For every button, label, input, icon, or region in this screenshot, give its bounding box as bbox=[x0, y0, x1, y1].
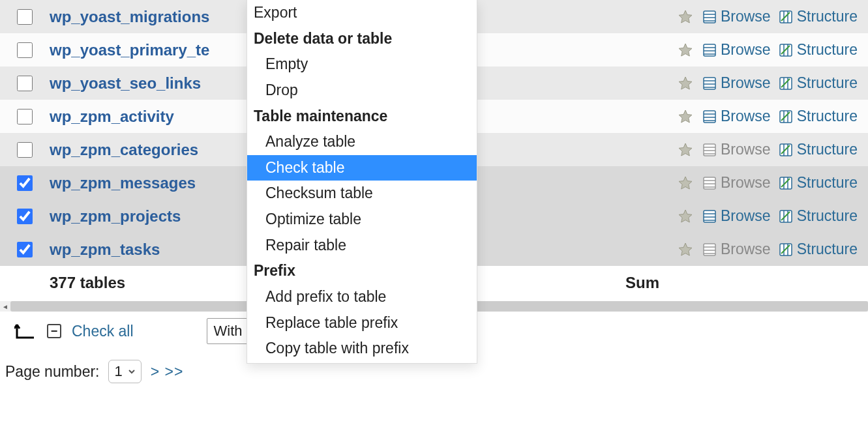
menu-item[interactable]: Drop bbox=[247, 78, 477, 104]
structure-icon bbox=[779, 109, 793, 124]
browse-icon bbox=[702, 76, 717, 91]
structure-action[interactable]: Structure bbox=[775, 8, 861, 25]
favorite-star-icon[interactable] bbox=[672, 76, 698, 91]
sum-label: Sum bbox=[625, 274, 868, 292]
row-checkbox[interactable] bbox=[17, 209, 33, 224]
chevron-down-icon bbox=[128, 368, 136, 375]
structure-action[interactable]: Structure bbox=[775, 74, 861, 92]
structure-icon bbox=[779, 43, 793, 57]
browse-action[interactable]: Browse bbox=[698, 207, 775, 225]
check-all-link[interactable]: Check all bbox=[72, 323, 134, 340]
page-number-select[interactable]: 1 bbox=[108, 360, 141, 383]
menu-group-title: Table maintenance bbox=[247, 104, 477, 130]
structure-action[interactable]: Structure bbox=[775, 108, 861, 125]
menu-item[interactable]: Add prefix to table bbox=[247, 284, 477, 310]
browse-action[interactable]: Browse bbox=[698, 141, 775, 158]
row-checkbox[interactable] bbox=[17, 109, 33, 124]
menu-group-title: Delete data or table bbox=[247, 26, 477, 52]
browse-action[interactable]: Browse bbox=[698, 74, 775, 92]
menu-item-export[interactable]: Export bbox=[247, 0, 477, 26]
browse-action[interactable]: Browse bbox=[698, 8, 775, 25]
menu-item[interactable]: Analyze table bbox=[247, 129, 477, 155]
page-number-label: Page number: bbox=[5, 363, 99, 381]
structure-icon bbox=[779, 176, 793, 190]
row-checkbox[interactable] bbox=[17, 9, 33, 25]
structure-icon bbox=[779, 209, 793, 224]
favorite-star-icon[interactable] bbox=[672, 209, 698, 224]
row-checkbox[interactable] bbox=[17, 242, 33, 257]
menu-group-title: Prefix bbox=[247, 258, 477, 284]
structure-action[interactable]: Structure bbox=[775, 174, 861, 192]
favorite-star-icon[interactable] bbox=[672, 242, 698, 257]
page-number-value: 1 bbox=[114, 363, 122, 380]
structure-action[interactable]: Structure bbox=[775, 41, 861, 59]
browse-icon bbox=[702, 10, 717, 24]
browse-action[interactable]: Browse bbox=[698, 241, 775, 258]
arrow-up-left-icon bbox=[14, 322, 37, 340]
structure-icon bbox=[779, 143, 793, 157]
structure-action[interactable]: Structure bbox=[775, 141, 861, 158]
structure-icon bbox=[779, 76, 793, 91]
menu-item[interactable]: Optimize table bbox=[247, 207, 477, 233]
browse-action[interactable]: Browse bbox=[698, 41, 775, 59]
tables-list: wp_yoast_migrations Browse Structure wp_… bbox=[0, 0, 868, 392]
favorite-star-icon[interactable] bbox=[672, 42, 698, 58]
browse-icon bbox=[702, 109, 717, 124]
menu-item[interactable]: Checksum table bbox=[247, 181, 477, 207]
row-checkbox[interactable] bbox=[17, 42, 33, 58]
with-selected-menu: Export Delete data or tableEmptyDropTabl… bbox=[247, 0, 477, 364]
browse-icon bbox=[702, 143, 717, 157]
menu-item[interactable]: Empty bbox=[247, 51, 477, 78]
favorite-star-icon[interactable] bbox=[672, 9, 698, 25]
favorite-star-icon[interactable] bbox=[672, 142, 698, 158]
menu-item[interactable]: Repair table bbox=[247, 233, 477, 259]
row-checkbox[interactable] bbox=[17, 142, 33, 158]
browse-action[interactable]: Browse bbox=[698, 174, 775, 192]
row-checkbox[interactable] bbox=[17, 175, 33, 191]
browse-icon bbox=[702, 209, 717, 224]
structure-icon bbox=[779, 242, 793, 257]
favorite-star-icon[interactable] bbox=[672, 175, 698, 191]
browse-action[interactable]: Browse bbox=[698, 108, 775, 125]
favorite-star-icon[interactable] bbox=[672, 109, 698, 124]
menu-item[interactable]: Replace table prefix bbox=[247, 310, 477, 336]
menu-item[interactable]: Copy table with prefix bbox=[247, 336, 477, 362]
structure-icon bbox=[779, 10, 793, 24]
select-all-toggle-icon[interactable]: − bbox=[47, 324, 61, 338]
browse-icon bbox=[702, 176, 717, 190]
structure-action[interactable]: Structure bbox=[775, 241, 861, 258]
row-checkbox[interactable] bbox=[17, 76, 33, 91]
browse-icon bbox=[702, 43, 717, 57]
browse-icon bbox=[702, 242, 717, 257]
next-page-link[interactable]: > >> bbox=[151, 363, 184, 381]
menu-item[interactable]: Check table bbox=[247, 155, 477, 181]
structure-action[interactable]: Structure bbox=[775, 207, 861, 225]
